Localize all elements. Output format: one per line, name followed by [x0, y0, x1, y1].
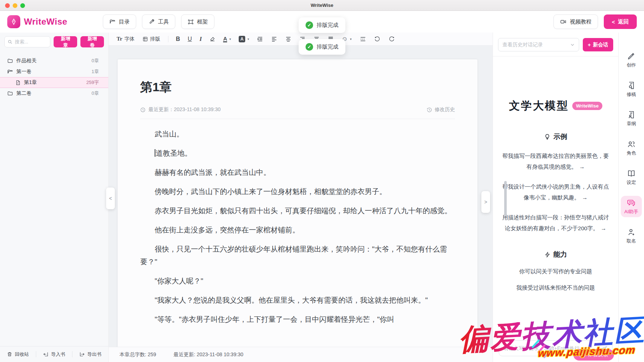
sidebar-controls: 新增章 新增卷: [0, 33, 108, 50]
tools-button[interactable]: 工具: [142, 14, 175, 29]
ai-assistant-panel: 查看历史对话记录 + 新会话 文学大模型 WriteWise 示例 帮我描写一段…: [493, 33, 618, 362]
new-chat-button[interactable]: + 新会话: [583, 38, 613, 51]
rail-item-ai-assistant[interactable]: AI助手: [621, 196, 642, 217]
history-select[interactable]: 查看历史对话记录: [498, 38, 579, 51]
paragraph: 他在街上走没多远，突然停在一家棺材铺前。: [140, 224, 455, 236]
tree-item-volume1[interactable]: 第一卷 1章: [0, 66, 108, 77]
writewise-logo-icon: [7, 15, 20, 28]
rail-item-characters[interactable]: 角色: [621, 137, 642, 159]
close-window-button[interactable]: [5, 3, 10, 8]
underline-button[interactable]: U: [188, 36, 192, 42]
rail-item-revise[interactable]: 修稿: [621, 79, 642, 100]
eraser-icon: [209, 36, 216, 42]
tree-item-works[interactable]: 作品相关 0章: [0, 55, 108, 66]
feedback-button[interactable]: ? 体验反馈: [573, 349, 614, 361]
people-icon: [627, 140, 636, 148]
arrow-right-icon: →: [601, 225, 606, 231]
folder-icon: [7, 58, 13, 64]
video-tutorial-button[interactable]: 视频教程: [553, 14, 598, 29]
add-volume-button[interactable]: 新增卷: [80, 36, 104, 47]
divider: [168, 36, 168, 42]
wrench-icon: [149, 19, 155, 25]
catalog-button[interactable]: 目录: [103, 14, 136, 29]
window-title: WriteWise: [311, 3, 334, 8]
tree-item-chapter1[interactable]: 第1章 259字: [0, 77, 108, 88]
search-box[interactable]: [4, 36, 50, 47]
tree-item-volume2[interactable]: 第二卷 0章: [0, 88, 108, 99]
layout-grid-icon: [142, 36, 148, 42]
folder-icon: [109, 19, 116, 25]
model-name: 文学大模型: [509, 98, 569, 113]
chapter-count: 0章: [92, 90, 99, 97]
toast-layout-complete: ✓ 排版完成: [299, 39, 346, 55]
paragraph: 武当山。: [140, 128, 455, 140]
expand-panel-handle[interactable]: >: [481, 191, 490, 213]
last-updated-text: 最近更新：2023-11-08 10:39:30: [149, 106, 221, 113]
document-search-icon: [627, 81, 636, 90]
highlight-color-button[interactable]: A ▾: [239, 36, 249, 42]
example-prompt[interactable]: 帮我描写一段西藏布达拉宫的美丽景色，要有身临其境的感觉。→: [502, 151, 610, 172]
header-right: 视频教程 < 返回: [553, 14, 637, 29]
horizontal-rule-button[interactable]: [359, 36, 367, 42]
zoom-window-button[interactable]: [20, 3, 25, 8]
status-bar: 本章总字数: 259 最近更新: 2023-11-08 10:39:30: [109, 347, 493, 362]
export-icon: [79, 352, 85, 357]
document-page[interactable]: 第1章 最近更新：2023-11-08 10:39:30 修改历史 武当山。 道…: [118, 59, 477, 347]
arrow-right-icon: →: [582, 194, 588, 201]
text-cursor: [155, 149, 155, 157]
plus-icon: +: [588, 42, 591, 48]
bold-button[interactable]: B: [176, 36, 180, 42]
paragraph: 很快，只见一个十五六岁的壮硕少年从棺材铺里跑出来，笑吟吟问："大爷，不知您有什么…: [140, 243, 455, 268]
undo-button[interactable]: [374, 36, 381, 42]
success-check-icon: ✓: [306, 43, 313, 51]
assistant-header: 查看历史对话记录 + 新会话: [493, 33, 618, 56]
font-menu-button[interactable]: Tr 字体: [117, 36, 135, 42]
chapter-count: 1章: [92, 68, 99, 75]
minimize-window-button[interactable]: [13, 3, 17, 8]
add-chapter-button[interactable]: 新增章: [54, 36, 77, 47]
rail-item-outline[interactable]: 章纲: [621, 108, 642, 129]
history-icon: [427, 107, 432, 113]
import-book-button[interactable]: 导入书: [43, 351, 65, 358]
example-prompt[interactable]: 帮我设计一个武侠小说的男主角，人设有点像韦小宝，幽默风趣。→: [502, 181, 610, 203]
recycle-bin-button[interactable]: 回收站: [7, 351, 29, 358]
video-camera-icon: [560, 18, 566, 25]
chevron-down-icon: ▾: [229, 37, 231, 41]
abilities-header: 能力: [502, 250, 610, 259]
export-book-button[interactable]: 导出书: [79, 351, 101, 358]
clear-format-button[interactable]: [209, 36, 216, 42]
folder-open-icon: [7, 69, 13, 75]
divider: [36, 351, 36, 357]
search-input[interactable]: [15, 39, 45, 45]
scrollbar-thumb[interactable]: [504, 181, 507, 216]
chapter-title[interactable]: 第1章: [140, 79, 455, 96]
rail-item-create[interactable]: 创作: [621, 49, 642, 71]
frame-button[interactable]: 框架: [181, 14, 214, 29]
rail-item-naming[interactable]: 取名: [621, 225, 642, 247]
align-left-icon: [271, 36, 277, 42]
align-center-button[interactable]: [285, 36, 292, 42]
italic-button[interactable]: I: [200, 35, 202, 43]
divider: [72, 351, 72, 357]
collapse-sidebar-handle[interactable]: <: [106, 188, 115, 209]
example-prompt[interactable]: 用描述性对白描写一段：孙悟空与猪八戒讨论女妖怪的有趣对白，不少于200字。→: [502, 212, 610, 234]
layout-menu-button[interactable]: 排版: [142, 36, 160, 42]
toast-layout-complete: ✓ 排版完成: [299, 17, 346, 33]
redo-button[interactable]: [388, 36, 395, 42]
revision-history-button[interactable]: 修改历史: [427, 106, 455, 113]
indent-button[interactable]: [257, 36, 263, 42]
document-person-icon: [627, 110, 636, 119]
back-button[interactable]: < 返回: [604, 14, 637, 29]
total-word-count: 本章总字数: 259: [120, 352, 156, 358]
font-color-button[interactable]: A ▾: [223, 36, 231, 42]
paragraph: 道教圣地。: [140, 147, 455, 160]
paragraph: 赤衣男子目光如炬，貌似只有四十出头，可真要仔细端倪，却给人一种活了八九十年的感觉…: [140, 205, 455, 217]
chevron-right-icon: >: [484, 199, 487, 205]
paragraph: "我家大人？您说的是我义父啊。他在屋里头，大爷有需要的话，我这就去把他叫来。": [140, 294, 455, 307]
align-center-icon: [285, 36, 292, 42]
rail-item-settings[interactable]: 设定: [621, 167, 642, 188]
horizontal-rule-icon: [359, 36, 367, 42]
chapter-body[interactable]: 武当山。 道教圣地。 赫赫有名的武当派，就在武当山中。 傍晚时分，武当山下的小镇…: [140, 119, 455, 326]
paragraph: "等等。"赤衣男子叫住少年，上下打量了一会，目中闪耀着怪异光芒，"你叫: [140, 313, 455, 326]
align-left-button[interactable]: [271, 36, 277, 42]
